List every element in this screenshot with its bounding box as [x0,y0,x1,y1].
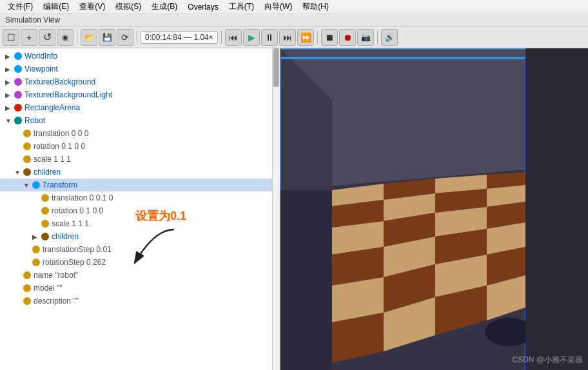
rectarena-label: RectangleArena [24,103,80,112]
menu-view[interactable]: 查看(V) [74,0,110,14]
menu-overlays[interactable]: Overlays [182,1,223,13]
tree-t-translation[interactable]: translation 0 0.1 0 [0,191,280,204]
toolbar-separator-5 [377,31,378,44]
reload-button[interactable]: ↺ [39,29,55,46]
menubar: 文件(F) 编辑(E) 查看(V) 模拟(S) 生成(B) Overlays 工… [0,0,588,14]
play-button[interactable]: ▶ [243,29,260,46]
r-translation-label: translation 0 0 0 [34,129,88,138]
tree-r-scale[interactable]: scale 1 1 1 [0,153,280,166]
view-3d-panel[interactable]: CSDN @小雅不采薇 [280,48,588,370]
main-area: ▶ WorldInfo ▶ Viewpoint ▶ TexturedBackgr… [0,48,588,370]
tree-robot[interactable]: ▼ Robot [0,114,280,127]
toolbar-separator-1 [77,31,77,44]
pause-button[interactable]: ⏸ [261,29,278,46]
robot-dot [14,117,22,124]
menu-edit[interactable]: 编辑(E) [38,0,74,14]
t-children-dot [41,233,49,240]
r-scale-dot [23,155,31,163]
tree-t-children[interactable]: ▶ children [0,230,280,243]
open-button[interactable]: 📂 [81,29,97,46]
menu-help[interactable]: 帮助(H) [297,0,334,14]
t-children-arrow: ▶ [32,233,41,240]
r-rotation-label: rotation 0 1 0 0 [34,142,85,151]
menu-tools[interactable]: 工具(T) [224,0,259,14]
texturedbglight-label: TexturedBackgroundLight [24,90,112,99]
model-dot [23,284,31,292]
save-button[interactable]: 💾 [99,29,115,46]
screenshot-button[interactable]: 📷 [357,29,374,46]
tree-r-rotation[interactable]: rotation 0 1 0 0 [0,140,280,153]
toolbar: ☐ + ↺ ◉ 📂 💾 ⟳ 0:00:14:84 — 1.04× ⏮ ▶ ⏸ ⏭… [0,26,588,48]
rectarena-dot [14,104,22,112]
t-rotation-label: rotation 0 1 0 0 [52,206,103,215]
t-scale-label: scale 1 1 1 [52,219,89,228]
menu-wizard[interactable]: 向导(W) [259,0,297,14]
svg-marker-34 [280,190,332,370]
texturedbg-label: TexturedBackground [24,77,95,86]
menu-file[interactable]: 文件(F) [3,0,38,14]
step-fwd-button[interactable]: ⏭ [279,29,296,46]
scrollbar-track[interactable] [272,48,280,370]
tree-model[interactable]: model "" [0,282,280,295]
viewpoint-arrow: ▶ [5,66,14,73]
r-children-dot [23,168,31,176]
transstep-dot [32,246,40,253]
r-children-label: children [34,168,61,177]
step-back-button[interactable]: ⏮ [225,29,242,46]
transstep-label: translationStep 0.01 [43,245,112,254]
menu-build[interactable]: 生成(B) [146,0,182,14]
time-display: 0:00:14:84 — 1.04× [141,31,218,44]
r-children-arrow: ▼ [14,169,23,176]
tree-rotstep[interactable]: rotationStep 0.262 [0,256,280,269]
audio-button[interactable]: 🔊 [381,29,398,46]
worldinfo-dot [14,52,22,60]
watermark: CSDN @小雅不采薇 [512,355,583,365]
tree-texturedbglight[interactable]: ▶ TexturedBackgroundLight [0,88,280,101]
robot-label: Robot [24,116,45,125]
t-scale-dot [41,220,49,228]
toolbar-separator-2 [137,31,137,44]
tree-viewpoint[interactable]: ▶ Viewpoint [0,63,280,75]
tree-transform[interactable]: ▼ Transform [0,179,280,191]
t-translation-label: translation 0 0.1 0 [52,193,113,202]
description-dot [23,297,31,305]
name-label: name "robot" [34,271,78,280]
fast-fwd-button[interactable]: ⏩ [297,29,314,46]
record-button[interactable]: ⏺ [339,29,356,46]
tree-rectarena[interactable]: ▶ RectangleArena [0,101,280,114]
texturedbg-arrow: ▶ [5,79,14,86]
refresh-button[interactable]: ⟳ [117,29,133,46]
tree-transstep[interactable]: translationStep 0.01 [0,243,280,256]
name-dot [23,271,31,279]
toolbar-separator-4 [317,31,318,44]
texturedbglight-dot [14,91,22,99]
stop-button[interactable]: ⏹ [321,29,338,46]
menu-simulate[interactable]: 模拟(S) [110,0,146,14]
scrollbar-thumb[interactable] [273,48,279,87]
tree-description[interactable]: description "" [0,295,280,307]
viewpoint-label: Viewpoint [24,64,58,73]
toolbar-separator-3 [221,31,222,44]
add-button[interactable]: + [21,29,37,46]
tree-t-rotation[interactable]: rotation 0 1 0 0 [0,204,280,217]
new-button[interactable]: ☐ [3,29,19,46]
tree-name[interactable]: name "robot" [0,269,280,282]
tree-texturedbg[interactable]: ▶ TexturedBackground [0,75,280,88]
tree-worldinfo[interactable]: ▶ WorldInfo [0,50,280,63]
scene-3d [280,48,588,370]
robot-arrow: ▼ [5,117,14,124]
tree-r-children[interactable]: ▼ children [0,166,280,179]
t-rotation-dot [41,207,49,215]
tree-r-translation[interactable]: translation 0 0 0 [0,127,280,140]
scene-tree-scroll[interactable]: ▶ WorldInfo ▶ Viewpoint ▶ TexturedBackgr… [0,48,280,370]
viewpoint-dot [14,65,22,73]
tree-t-scale[interactable]: scale 1 1 1 [0,217,280,230]
rotstep-dot [32,258,40,266]
worldinfo-label: WorldInfo [24,52,57,61]
r-scale-label: scale 1 1 1 [34,155,71,164]
r-rotation-dot [23,142,31,150]
t-translation-dot [41,194,49,202]
r-translation-dot [23,130,31,137]
svg-rect-35 [525,48,588,370]
eye-button[interactable]: ◉ [57,29,74,46]
